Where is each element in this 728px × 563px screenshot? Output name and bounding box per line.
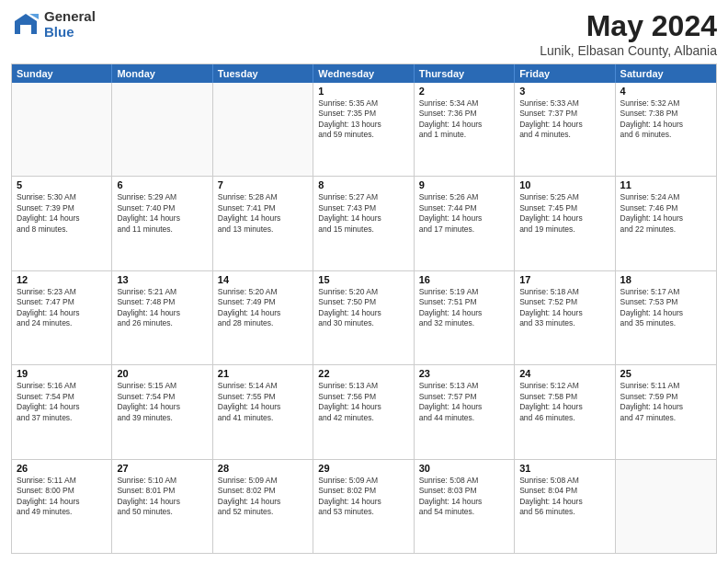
day-cell-6: 6Sunrise: 5:29 AM Sunset: 7:40 PM Daylig… [112, 177, 212, 270]
empty-cell-0-0 [12, 83, 112, 176]
empty-cell-0-2 [213, 83, 313, 176]
day-cell-8: 8Sunrise: 5:27 AM Sunset: 7:43 PM Daylig… [313, 177, 414, 270]
empty-cell-0-1 [112, 83, 212, 176]
header-wednesday: Wednesday [313, 64, 414, 83]
calendar-row-1: 1Sunrise: 5:35 AM Sunset: 7:35 PM Daylig… [12, 83, 716, 176]
header-monday: Monday [112, 64, 212, 83]
day-cell-26: 26Sunrise: 5:11 AM Sunset: 8:00 PM Dayli… [12, 460, 112, 553]
day-cell-21: 21Sunrise: 5:14 AM Sunset: 7:55 PM Dayli… [213, 365, 313, 458]
day-cell-14: 14Sunrise: 5:20 AM Sunset: 7:49 PM Dayli… [213, 271, 313, 364]
day-number-29: 29 [318, 463, 408, 474]
day-info-22: Sunrise: 5:13 AM Sunset: 7:56 PM Dayligh… [318, 381, 408, 423]
day-number-15: 15 [318, 274, 408, 285]
day-info-4: Sunrise: 5:32 AM Sunset: 7:38 PM Dayligh… [620, 98, 711, 141]
day-info-10: Sunrise: 5:25 AM Sunset: 7:45 PM Dayligh… [519, 192, 609, 235]
day-info-2: Sunrise: 5:34 AM Sunset: 7:36 PM Dayligh… [419, 98, 509, 141]
day-info-13: Sunrise: 5:21 AM Sunset: 7:48 PM Dayligh… [117, 287, 207, 329]
header-saturday: Saturday [616, 64, 716, 83]
day-cell-25: 25Sunrise: 5:11 AM Sunset: 7:59 PM Dayli… [616, 365, 716, 458]
day-info-8: Sunrise: 5:27 AM Sunset: 7:43 PM Dayligh… [318, 192, 408, 235]
day-info-14: Sunrise: 5:20 AM Sunset: 7:49 PM Dayligh… [218, 287, 308, 329]
day-info-21: Sunrise: 5:14 AM Sunset: 7:55 PM Dayligh… [218, 381, 308, 423]
day-info-27: Sunrise: 5:10 AM Sunset: 8:01 PM Dayligh… [117, 476, 207, 518]
day-info-20: Sunrise: 5:15 AM Sunset: 7:54 PM Dayligh… [117, 381, 207, 423]
day-cell-28: 28Sunrise: 5:09 AM Sunset: 8:02 PM Dayli… [213, 460, 313, 553]
day-number-17: 17 [519, 274, 609, 285]
day-cell-15: 15Sunrise: 5:20 AM Sunset: 7:50 PM Dayli… [313, 271, 414, 364]
day-number-31: 31 [519, 463, 609, 474]
day-number-4: 4 [620, 86, 711, 97]
day-cell-16: 16Sunrise: 5:19 AM Sunset: 7:51 PM Dayli… [415, 271, 515, 364]
page: General Blue May 2024 Lunik, Elbasan Cou… [0, 0, 728, 563]
calendar-row-4: 19Sunrise: 5:16 AM Sunset: 7:54 PM Dayli… [12, 364, 716, 458]
day-info-17: Sunrise: 5:18 AM Sunset: 7:52 PM Dayligh… [519, 287, 609, 329]
day-info-9: Sunrise: 5:26 AM Sunset: 7:44 PM Dayligh… [419, 192, 509, 235]
day-number-1: 1 [318, 86, 408, 97]
day-number-18: 18 [620, 274, 711, 285]
day-info-24: Sunrise: 5:12 AM Sunset: 7:58 PM Dayligh… [519, 381, 609, 423]
day-info-29: Sunrise: 5:09 AM Sunset: 8:02 PM Dayligh… [318, 476, 408, 518]
day-number-21: 21 [218, 368, 308, 379]
day-cell-4: 4Sunrise: 5:32 AM Sunset: 7:38 PM Daylig… [616, 83, 716, 176]
day-number-10: 10 [519, 179, 609, 190]
logo-text: General Blue [44, 9, 96, 40]
day-cell-17: 17Sunrise: 5:18 AM Sunset: 7:52 PM Dayli… [515, 271, 615, 364]
day-cell-18: 18Sunrise: 5:17 AM Sunset: 7:53 PM Dayli… [616, 271, 716, 364]
header-friday: Friday [515, 64, 615, 83]
day-number-9: 9 [419, 179, 509, 190]
day-cell-1: 1Sunrise: 5:35 AM Sunset: 7:35 PM Daylig… [313, 83, 414, 176]
day-number-8: 8 [318, 179, 408, 190]
day-cell-27: 27Sunrise: 5:10 AM Sunset: 8:01 PM Dayli… [112, 460, 212, 553]
title-location: Lunik, Elbasan County, Albania [540, 43, 717, 58]
day-cell-7: 7Sunrise: 5:28 AM Sunset: 7:41 PM Daylig… [213, 177, 313, 270]
day-info-25: Sunrise: 5:11 AM Sunset: 7:59 PM Dayligh… [620, 381, 711, 423]
day-info-3: Sunrise: 5:33 AM Sunset: 7:37 PM Dayligh… [519, 98, 609, 141]
logo-blue-text: Blue [44, 25, 96, 40]
day-cell-23: 23Sunrise: 5:13 AM Sunset: 7:57 PM Dayli… [415, 365, 515, 458]
day-number-28: 28 [218, 463, 308, 474]
day-cell-13: 13Sunrise: 5:21 AM Sunset: 7:48 PM Dayli… [112, 271, 212, 364]
day-number-13: 13 [117, 274, 207, 285]
day-number-5: 5 [17, 179, 107, 190]
day-cell-24: 24Sunrise: 5:12 AM Sunset: 7:58 PM Dayli… [515, 365, 615, 458]
day-number-30: 30 [419, 463, 509, 474]
day-info-16: Sunrise: 5:19 AM Sunset: 7:51 PM Dayligh… [419, 287, 509, 329]
day-number-2: 2 [419, 86, 509, 97]
title-block: May 2024 Lunik, Elbasan County, Albania [540, 9, 717, 58]
day-info-15: Sunrise: 5:20 AM Sunset: 7:50 PM Dayligh… [318, 287, 408, 329]
header: General Blue May 2024 Lunik, Elbasan Cou… [11, 9, 717, 58]
calendar: Sunday Monday Tuesday Wednesday Thursday… [11, 63, 717, 554]
day-number-27: 27 [117, 463, 207, 474]
day-info-12: Sunrise: 5:23 AM Sunset: 7:47 PM Dayligh… [17, 287, 107, 329]
day-cell-5: 5Sunrise: 5:30 AM Sunset: 7:39 PM Daylig… [12, 177, 112, 270]
day-number-3: 3 [519, 86, 609, 97]
day-info-18: Sunrise: 5:17 AM Sunset: 7:53 PM Dayligh… [620, 287, 711, 329]
day-number-14: 14 [218, 274, 308, 285]
day-number-24: 24 [519, 368, 609, 379]
logo-general-text: General [44, 9, 96, 25]
day-number-23: 23 [419, 368, 509, 379]
day-info-28: Sunrise: 5:09 AM Sunset: 8:02 PM Dayligh… [218, 476, 308, 518]
day-number-22: 22 [318, 368, 408, 379]
day-info-1: Sunrise: 5:35 AM Sunset: 7:35 PM Dayligh… [318, 98, 408, 141]
day-number-7: 7 [218, 179, 308, 190]
calendar-row-3: 12Sunrise: 5:23 AM Sunset: 7:47 PM Dayli… [12, 270, 716, 364]
day-cell-31: 31Sunrise: 5:08 AM Sunset: 8:04 PM Dayli… [515, 460, 615, 553]
day-info-23: Sunrise: 5:13 AM Sunset: 7:57 PM Dayligh… [419, 381, 509, 423]
day-cell-22: 22Sunrise: 5:13 AM Sunset: 7:56 PM Dayli… [313, 365, 414, 458]
calendar-body: 1Sunrise: 5:35 AM Sunset: 7:35 PM Daylig… [12, 83, 716, 553]
day-number-16: 16 [419, 274, 509, 285]
day-number-6: 6 [117, 179, 207, 190]
day-cell-29: 29Sunrise: 5:09 AM Sunset: 8:02 PM Dayli… [313, 460, 414, 553]
day-number-19: 19 [17, 368, 107, 379]
day-cell-10: 10Sunrise: 5:25 AM Sunset: 7:45 PM Dayli… [515, 177, 615, 270]
day-number-11: 11 [620, 179, 711, 190]
day-info-7: Sunrise: 5:28 AM Sunset: 7:41 PM Dayligh… [218, 192, 308, 235]
day-info-26: Sunrise: 5:11 AM Sunset: 8:00 PM Dayligh… [17, 476, 107, 518]
day-cell-12: 12Sunrise: 5:23 AM Sunset: 7:47 PM Dayli… [12, 271, 112, 364]
day-cell-9: 9Sunrise: 5:26 AM Sunset: 7:44 PM Daylig… [415, 177, 515, 270]
calendar-row-5: 26Sunrise: 5:11 AM Sunset: 8:00 PM Dayli… [12, 459, 716, 553]
day-info-19: Sunrise: 5:16 AM Sunset: 7:54 PM Dayligh… [17, 381, 107, 423]
day-info-31: Sunrise: 5:08 AM Sunset: 8:04 PM Dayligh… [519, 476, 609, 518]
day-info-5: Sunrise: 5:30 AM Sunset: 7:39 PM Dayligh… [17, 192, 107, 235]
